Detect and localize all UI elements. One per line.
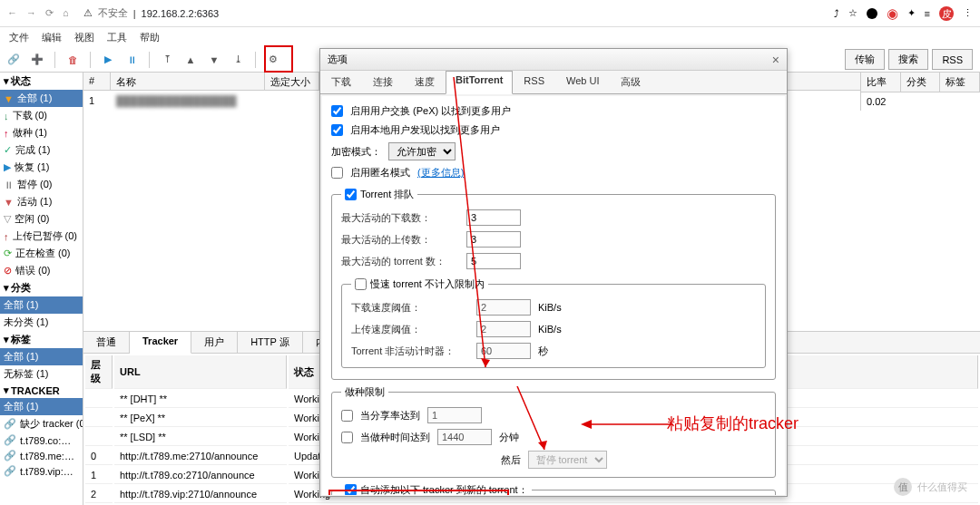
sidebar-item-seeding[interactable]: ↑做种 (1): [0, 124, 83, 141]
sidebar-item-inactive[interactable]: ▽空闲 (0): [0, 210, 83, 228]
nav-forward-icon[interactable]: →: [26, 7, 36, 19]
inactive-timer-input: [476, 343, 531, 359]
menu-view[interactable]: 视图: [74, 31, 94, 44]
sidebar-item-errored[interactable]: ⊘错误 (0): [0, 262, 83, 279]
tags-group-header[interactable]: ▾ 标签: [0, 331, 83, 348]
sidebar-tag-none[interactable]: 无标签 (1): [0, 365, 83, 383]
menu-tools[interactable]: 工具: [107, 31, 127, 44]
tracker-group-header[interactable]: ▾ TRACKER: [0, 383, 83, 398]
menu-help[interactable]: 帮助: [140, 31, 160, 44]
col-num[interactable]: #: [83, 73, 111, 90]
watermark-badge: 值: [894, 478, 912, 496]
sidebar-cat-none[interactable]: 未分类 (1): [0, 314, 83, 331]
sidebar-tracker-all[interactable]: 全部 (1): [0, 398, 83, 415]
tab-tracker[interactable]: Tracker: [130, 332, 191, 354]
reload-icon[interactable]: ⟳: [45, 7, 54, 19]
more-icon[interactable]: ⋮: [963, 7, 973, 19]
tab-connection[interactable]: 连接: [362, 71, 404, 93]
sidebar-tracker-3[interactable]: 🔗 t.t789.vip:…: [0, 463, 83, 479]
max-active-input[interactable]: [466, 253, 521, 269]
gear-highlight-box: [264, 45, 293, 73]
extensions-icon[interactable]: ✦: [907, 7, 916, 19]
more-info-link[interactable]: (更多信息): [417, 166, 464, 180]
move-top-icon[interactable]: ⤒: [157, 50, 177, 70]
add-file-icon[interactable]: ➕: [27, 50, 47, 70]
sidebar-item-completed[interactable]: ✓完成 (1): [0, 141, 83, 159]
ext-icon-2[interactable]: ◉: [887, 5, 898, 22]
category-group-header[interactable]: ▾ 分类: [0, 279, 83, 296]
tab-peers[interactable]: 用户: [191, 332, 238, 353]
auto-tracker-checkbox[interactable]: [345, 484, 357, 495]
app-menu-bar: 文件 编辑 视图 工具 帮助: [0, 27, 980, 47]
tab-advanced[interactable]: 高级: [610, 71, 652, 93]
pause-icon[interactable]: ⏸: [122, 50, 142, 70]
url-bar[interactable]: ⚠ 不安全 | 192.168.2.2:6363: [76, 4, 827, 23]
share-ratio-checkbox[interactable]: [341, 410, 353, 422]
col-tier[interactable]: 层级: [85, 355, 113, 389]
sidebar-item-checking[interactable]: ⟳正在检查 (0): [0, 245, 83, 262]
sidebar-item-downloading[interactable]: ↓下载 (0): [0, 107, 83, 124]
col-category[interactable]: 分类: [901, 73, 941, 92]
tab-bittorrent[interactable]: BitTorrent: [446, 71, 513, 94]
sidebar-item-stalled-up[interactable]: ↑上传已暂停 (0): [0, 228, 83, 245]
sidebar-item-active[interactable]: ▼活动 (1): [0, 193, 83, 210]
tab-http[interactable]: HTTP 源: [238, 332, 303, 353]
move-down-icon[interactable]: ▼: [204, 50, 224, 70]
status-group-header[interactable]: ▾ 状态: [0, 73, 83, 90]
enc-mode-select[interactable]: 允许加密: [388, 142, 456, 160]
max-ul-input[interactable]: [466, 231, 521, 248]
menu-file[interactable]: 文件: [9, 31, 29, 44]
delete-icon[interactable]: 🗑: [63, 50, 83, 70]
play-icon[interactable]: ▶: [98, 50, 118, 70]
pex-checkbox[interactable]: [331, 105, 343, 117]
home-icon[interactable]: ⌂: [63, 7, 69, 19]
warning-icon: ⚠: [83, 7, 93, 19]
sidebar-tracker-1[interactable]: 🔗 t.t789.co:…: [0, 432, 83, 448]
star-icon[interactable]: ☆: [848, 7, 858, 19]
anon-checkbox[interactable]: [331, 167, 343, 179]
profile-avatar[interactable]: 皮: [939, 6, 954, 21]
lsd-checkbox[interactable]: [331, 124, 343, 136]
sidebar-tag-all[interactable]: 全部 (1): [0, 348, 83, 365]
annotation-text: 粘贴复制的tracker: [667, 413, 799, 434]
close-icon[interactable]: ×: [772, 53, 779, 66]
seed-time-input: [437, 429, 492, 445]
tab-speed[interactable]: 速度: [404, 71, 446, 93]
search-tab-button[interactable]: 搜索: [888, 49, 928, 70]
col-name[interactable]: 名称: [111, 73, 265, 90]
queue-enable-checkbox[interactable]: [345, 189, 357, 200]
sidebar-item-resumed[interactable]: ▶恢复 (1): [0, 159, 83, 176]
col-tags[interactable]: 标签: [940, 73, 980, 92]
security-status: 不安全: [98, 6, 128, 20]
col-ratio[interactable]: 比率: [861, 73, 901, 92]
enc-mode-label: 加密模式：: [331, 145, 381, 159]
sidebar-item-all[interactable]: ▼全部 (1): [0, 90, 83, 107]
tab-webui[interactable]: Web UI: [555, 71, 610, 93]
max-dl-input[interactable]: [466, 209, 521, 226]
move-bottom-icon[interactable]: ⤓: [228, 50, 248, 70]
nav-back-icon[interactable]: ←: [7, 7, 17, 19]
tab-download[interactable]: 下载: [320, 71, 362, 93]
menu-list-icon[interactable]: ≡: [925, 8, 930, 19]
menu-edit[interactable]: 编辑: [42, 31, 62, 44]
slow-checkbox[interactable]: [355, 278, 367, 290]
sidebar-item-paused[interactable]: ⏸暂停 (0): [0, 176, 83, 193]
move-up-icon[interactable]: ▲: [181, 50, 201, 70]
transfers-tab-button[interactable]: 传输: [845, 49, 885, 70]
col-size[interactable]: 选定大小: [265, 73, 319, 90]
share-icon[interactable]: ⤴: [834, 8, 839, 19]
right-stats-panel: 比率 分类 标签 0.02: [860, 73, 980, 111]
sidebar-tracker-missing[interactable]: 🔗 缺少 tracker (0): [0, 415, 83, 432]
tab-rss[interactable]: RSS: [513, 71, 555, 93]
then-action-select: 暂停 torrent: [528, 451, 607, 469]
col-url[interactable]: URL: [114, 355, 287, 389]
tab-general[interactable]: 普通: [83, 332, 130, 353]
sidebar: ▾ 状态 ▼全部 (1) ↓下载 (0) ↑做种 (1) ✓完成 (1) ▶恢复…: [0, 73, 83, 505]
rss-tab-button[interactable]: RSS: [932, 49, 973, 70]
add-link-icon[interactable]: 🔗: [4, 50, 24, 70]
sidebar-cat-all[interactable]: 全部 (1): [0, 296, 83, 314]
seed-time-checkbox[interactable]: [341, 432, 353, 443]
sidebar-tracker-2[interactable]: 🔗 t.t789.me:…: [0, 448, 83, 463]
ext-icon-1[interactable]: [867, 8, 877, 19]
url-text: 192.168.2.2:6363: [142, 8, 220, 19]
